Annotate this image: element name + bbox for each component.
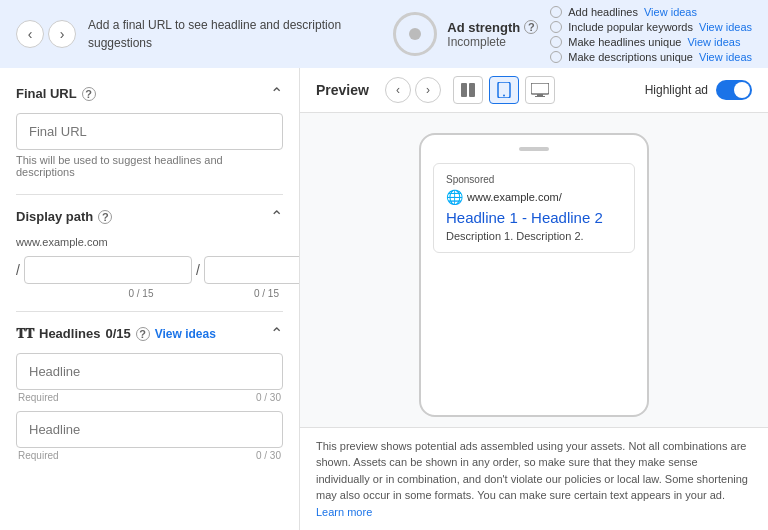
- preview-navigation: ‹ ›: [385, 77, 441, 103]
- path-input-2[interactable]: [204, 256, 300, 284]
- toggle-thumb: [734, 82, 750, 98]
- ad-strength-label: Ad strength ?: [447, 20, 538, 35]
- path-slash-2: /: [196, 262, 200, 278]
- view-ideas-link[interactable]: View ideas: [155, 327, 216, 341]
- final-url-chevron[interactable]: ⌃: [270, 84, 283, 103]
- ad-strength-inner: [409, 28, 421, 40]
- path-counter-1: 0 / 15: [32, 288, 158, 299]
- prev-button[interactable]: ‹: [16, 20, 44, 48]
- headlines-chevron[interactable]: ⌃: [270, 324, 283, 343]
- ad-description: Description 1. Description 2.: [446, 230, 622, 242]
- tip-text-4: Make descriptions unique: [568, 51, 693, 63]
- ad-url-row: 🌐 www.example.com/: [446, 189, 622, 205]
- tips-section: Add headlines View ideas Include popular…: [550, 6, 752, 63]
- tip-circle-3: [550, 36, 562, 48]
- learn-more-link[interactable]: Learn more: [316, 506, 372, 518]
- tip-text-1: Add headlines: [568, 6, 638, 18]
- tip-link-2[interactable]: View ideas: [699, 21, 752, 33]
- display-path-title: Display path ?: [16, 209, 112, 224]
- tip-headlines-unique: Make headlines unique View ideas: [550, 36, 752, 48]
- preview-header: Preview ‹ ›: [300, 68, 768, 113]
- svg-rect-1: [469, 83, 475, 97]
- svg-rect-4: [531, 83, 549, 94]
- final-url-title: Final URL ?: [16, 86, 96, 101]
- headline-input-1[interactable]: [16, 353, 283, 390]
- next-button[interactable]: ›: [48, 20, 76, 48]
- ad-strength-info: Ad strength ? Incomplete: [447, 20, 538, 49]
- final-url-header: Final URL ? ⌃: [16, 84, 283, 103]
- phone-notch: [519, 147, 549, 151]
- display-path-label: Display path: [16, 209, 93, 224]
- path-row: / /: [16, 256, 283, 284]
- ad-strength-section: Ad strength ? Incomplete: [393, 12, 538, 56]
- preview-title: Preview: [316, 82, 369, 98]
- top-banner: ‹ › Add a final URL to see headline and …: [0, 0, 768, 68]
- svg-rect-0: [461, 83, 467, 97]
- device-buttons: [453, 76, 555, 104]
- path-counters: 0 / 15 0 / 15: [16, 288, 283, 299]
- headline-input-group-1: Required 0 / 30: [16, 353, 283, 403]
- left-panel: Final URL ? ⌃ This will be used to sugge…: [0, 68, 300, 530]
- headlines-help-icon[interactable]: ?: [136, 327, 150, 341]
- mobile-view-button[interactable]: [489, 76, 519, 104]
- tip-circle-4: [550, 51, 562, 63]
- preview-disclaimer: This preview shows potential ads assembl…: [300, 427, 768, 531]
- final-url-label: Final URL: [16, 86, 77, 101]
- headline-required-1: Required: [18, 392, 59, 403]
- desktop-view-button[interactable]: [525, 76, 555, 104]
- headline-input-2[interactable]: [16, 411, 283, 448]
- final-url-input[interactable]: [16, 113, 283, 150]
- ad-strength-circle: [393, 12, 437, 56]
- path-input-1[interactable]: [24, 256, 192, 284]
- tip-link-3[interactable]: View ideas: [687, 36, 740, 48]
- ad-url: www.example.com/: [467, 191, 562, 203]
- headline-counter-1: 0 / 30: [256, 392, 281, 403]
- tip-text-3: Make headlines unique: [568, 36, 681, 48]
- svg-rect-5: [537, 94, 543, 96]
- highlight-ad-toggle[interactable]: [716, 80, 752, 100]
- banner-text: Add a final URL to see headline and desc…: [88, 16, 381, 52]
- divider-2: [16, 311, 283, 312]
- tip-circle-2: [550, 21, 562, 33]
- tip-popular-keywords: Include popular keywords View ideas: [550, 21, 752, 33]
- svg-rect-6: [535, 96, 545, 97]
- headlines-count: 0/15: [105, 326, 130, 341]
- headlines-header: 𝐓𝐓 Headlines 0/15 ? View ideas ⌃: [16, 324, 283, 343]
- preview-prev-button[interactable]: ‹: [385, 77, 411, 103]
- path-counter-2: 0 / 15: [158, 288, 284, 299]
- ad-card: Sponsored 🌐 www.example.com/ Headline 1 …: [433, 163, 635, 253]
- display-path-header: Display path ? ⌃: [16, 207, 283, 226]
- phone-mockup: Sponsored 🌐 www.example.com/ Headline 1 …: [419, 133, 649, 417]
- main-layout: Final URL ? ⌃ This will be used to sugge…: [0, 68, 768, 530]
- tip-link-4[interactable]: View ideas: [699, 51, 752, 63]
- highlight-ad-label: Highlight ad: [645, 83, 708, 97]
- ad-strength-status: Incomplete: [447, 35, 538, 49]
- split-view-button[interactable]: [453, 76, 483, 104]
- tt-icon: 𝐓𝐓: [16, 325, 34, 342]
- headline-input-group-2: Required 0 / 30: [16, 411, 283, 461]
- ad-strength-help-icon[interactable]: ?: [524, 20, 538, 34]
- headline-counter-2: 0 / 30: [256, 450, 281, 461]
- svg-point-3: [503, 95, 505, 97]
- preview-next-button[interactable]: ›: [415, 77, 441, 103]
- ad-strength-title: Ad strength: [447, 20, 520, 35]
- globe-icon: 🌐: [446, 189, 463, 205]
- headlines-label: Headlines: [39, 326, 100, 341]
- final-url-help-icon[interactable]: ?: [82, 87, 96, 101]
- path-slash-1: /: [16, 262, 20, 278]
- headline-required-2: Required: [18, 450, 59, 461]
- headline-meta-1: Required 0 / 30: [16, 390, 283, 403]
- sponsored-label: Sponsored: [446, 174, 622, 185]
- right-panel: Preview ‹ ›: [300, 68, 768, 530]
- final-url-hint: This will be used to suggest headlines a…: [16, 154, 283, 178]
- tip-descriptions-unique: Make descriptions unique View ideas: [550, 51, 752, 63]
- tip-add-headlines: Add headlines View ideas: [550, 6, 752, 18]
- headlines-title: 𝐓𝐓 Headlines 0/15 ? View ideas: [16, 325, 216, 342]
- display-path-example: www.example.com: [16, 236, 283, 248]
- banner-navigation: ‹ ›: [16, 20, 76, 48]
- tip-text-2: Include popular keywords: [568, 21, 693, 33]
- tip-link-1[interactable]: View ideas: [644, 6, 697, 18]
- tip-circle-1: [550, 6, 562, 18]
- display-path-help-icon[interactable]: ?: [98, 210, 112, 224]
- display-path-chevron[interactable]: ⌃: [270, 207, 283, 226]
